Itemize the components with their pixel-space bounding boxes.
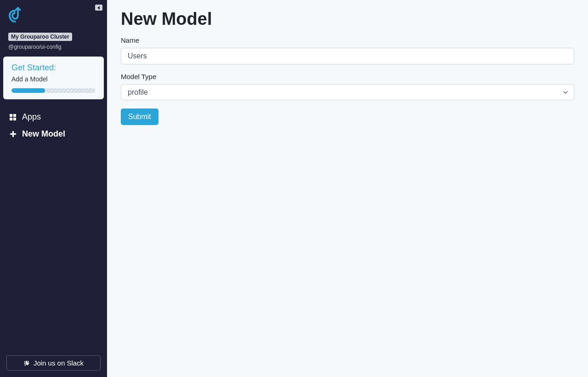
get-started-step: Add a Model	[11, 75, 96, 83]
nav-item-label: Apps	[22, 112, 41, 122]
sidebar-nav: Apps New Model	[0, 109, 107, 143]
page-title: New Model	[121, 9, 574, 29]
form-group-type: Model Type profile	[121, 73, 574, 100]
progress-bar	[11, 88, 96, 93]
svg-rect-5	[10, 133, 16, 135]
svg-rect-1	[13, 114, 16, 117]
slack-icon	[23, 360, 30, 366]
caret-left-icon	[97, 6, 100, 10]
sidebar-header: My Grouparoo Cluster @grouparoo/ui-confi…	[0, 0, 107, 57]
svg-rect-0	[10, 114, 12, 117]
cluster-badge: My Grouparoo Cluster	[8, 33, 72, 41]
get-started-card[interactable]: Get Started: Add a Model	[3, 57, 104, 99]
nav-item-label: New Model	[22, 129, 65, 139]
sidebar: My Grouparoo Cluster @grouparoo/ui-confi…	[0, 0, 107, 377]
get-started-title: Get Started:	[11, 63, 96, 73]
submit-button[interactable]: Submit	[121, 109, 158, 125]
package-name: @grouparoo/ui-config	[8, 44, 99, 50]
name-input[interactable]	[121, 48, 574, 64]
slack-button-label: Join us on Slack	[34, 359, 84, 367]
plus-icon	[9, 131, 17, 138]
grid-icon	[9, 114, 17, 121]
form-group-name: Name	[121, 36, 574, 64]
grouparoo-logo-icon	[8, 6, 22, 23]
main-content: New Model Name Model Type profile Submit	[107, 0, 588, 377]
nav-item-new-model[interactable]: New Model	[5, 126, 102, 143]
nav-item-apps[interactable]: Apps	[5, 109, 102, 126]
type-label: Model Type	[121, 73, 574, 80]
new-model-form: Name Model Type profile Submit	[121, 36, 574, 125]
progress-fill	[11, 88, 45, 93]
type-select[interactable]: profile	[121, 84, 574, 100]
slack-button[interactable]: Join us on Slack	[6, 355, 101, 371]
svg-rect-2	[10, 117, 12, 120]
sidebar-footer: Join us on Slack	[0, 349, 107, 377]
name-label: Name	[121, 36, 574, 44]
logo	[8, 6, 99, 25]
svg-rect-3	[13, 117, 16, 120]
sidebar-collapse-button[interactable]	[95, 5, 102, 11]
